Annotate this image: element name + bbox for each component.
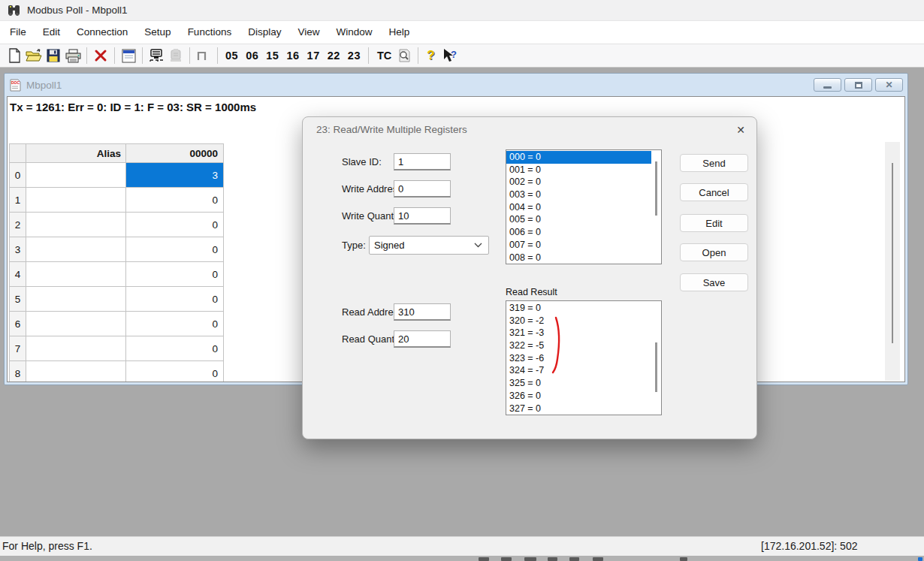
read-result-item[interactable]: 325 = 0	[506, 377, 651, 390]
restore-button[interactable]	[844, 78, 872, 92]
write-register-item-selected[interactable]: 000 = 0	[506, 151, 651, 164]
write-register-item[interactable]: 002 = 0	[506, 176, 651, 189]
save-button[interactable]: Save	[680, 273, 748, 291]
alias-cell[interactable]	[26, 361, 126, 382]
value-cell[interactable]: 0	[126, 312, 224, 336]
slave-id-input[interactable]	[394, 153, 451, 170]
alias-column-header[interactable]: Alias	[26, 143, 126, 163]
func-15-button[interactable]: 15	[266, 50, 279, 62]
write-register-item[interactable]: 004 = 0	[506, 201, 651, 214]
read-result-listbox[interactable]: 319 = 0 320 = -2 321 = -3 322 = -5 323 =…	[506, 300, 662, 415]
read-result-item[interactable]: 326 = 0	[506, 390, 651, 403]
poll-definition-icon[interactable]	[119, 46, 138, 65]
cancel-button[interactable]: Cancel	[680, 183, 748, 201]
vertical-scrollbar[interactable]	[885, 142, 900, 381]
test-center-button[interactable]: TC	[377, 50, 391, 62]
row-header[interactable]: 5	[9, 287, 26, 312]
delete-icon[interactable]	[91, 46, 110, 65]
alias-cell[interactable]	[26, 188, 126, 213]
edit-button[interactable]: Edit	[680, 214, 748, 232]
listbox-scrollbar-thumb[interactable]	[655, 342, 657, 392]
row-header[interactable]: 4	[9, 262, 26, 287]
write-register-item[interactable]: 008 = 0	[506, 252, 651, 264]
send-button[interactable]: Send	[680, 154, 748, 172]
func-23-button[interactable]: 23	[348, 50, 361, 62]
status-bar: For Help, press F1. [172.16.201.52]: 502	[0, 536, 924, 556]
help-icon[interactable]: ?	[427, 48, 434, 63]
read-result-item[interactable]: 321 = -3	[506, 327, 651, 339]
menu-file[interactable]: File	[2, 21, 35, 44]
toolbar-separator	[217, 47, 218, 64]
value-cell[interactable]: 0	[126, 361, 224, 382]
menu-connection[interactable]: Connection	[68, 21, 136, 44]
open-button[interactable]: Open	[680, 243, 748, 261]
read-quantity-input[interactable]	[394, 330, 451, 348]
menu-window[interactable]: Window	[328, 21, 380, 44]
func-06-button[interactable]: 06	[246, 50, 258, 62]
write-register-item[interactable]: 001 = 0	[506, 164, 651, 176]
alias-cell[interactable]	[26, 336, 126, 361]
alias-cell[interactable]	[26, 262, 126, 287]
func-17-button[interactable]: 17	[307, 50, 320, 62]
alias-cell[interactable]	[26, 163, 126, 188]
row-header[interactable]: 2	[9, 213, 26, 237]
row-header[interactable]: 3	[9, 237, 26, 262]
context-help-icon[interactable]: ?	[439, 46, 459, 65]
value-cell-selected[interactable]: 3	[126, 163, 224, 188]
read-address-input[interactable]	[394, 303, 451, 321]
read-result-item[interactable]: 324 = -7	[506, 364, 651, 377]
read-result-item[interactable]: 320 = -2	[506, 315, 651, 327]
func-22-button[interactable]: 22	[328, 50, 340, 62]
alias-cell[interactable]	[26, 213, 126, 237]
communication-traffic-icon[interactable]	[146, 46, 166, 65]
row-header[interactable]: 7	[9, 336, 26, 361]
listbox-scrollbar-thumb[interactable]	[655, 161, 657, 216]
write-registers-listbox[interactable]: 000 = 0 001 = 0 002 = 0 003 = 0 004 = 0 …	[506, 149, 662, 264]
value-cell[interactable]: 0	[126, 287, 224, 312]
alias-cell[interactable]	[26, 312, 126, 336]
row-header[interactable]: 8	[9, 361, 26, 382]
toolbar-separator	[114, 47, 115, 64]
value-cell[interactable]: 0	[126, 237, 224, 262]
row-header[interactable]: 6	[9, 312, 26, 336]
read-result-item[interactable]: 323 = -6	[506, 352, 651, 365]
close-button[interactable]: ✕	[875, 78, 903, 92]
grid-row-3: 3 0	[9, 237, 224, 262]
menu-functions[interactable]: Functions	[180, 21, 240, 44]
write-address-input[interactable]	[394, 180, 451, 198]
save-icon[interactable]	[44, 46, 63, 65]
write-register-item[interactable]: 003 = 0	[506, 189, 651, 201]
menu-setup[interactable]: Setup	[136, 21, 179, 44]
menu-edit[interactable]: Edit	[35, 21, 68, 44]
menu-view[interactable]: View	[289, 21, 328, 44]
alias-cell[interactable]	[26, 287, 126, 312]
dialog-close-icon[interactable]: ✕	[732, 122, 749, 138]
func-16-button[interactable]: 16	[286, 50, 299, 62]
mbpoll-titlebar[interactable]: DOC Mbpoll1 ✕	[5, 74, 907, 96]
scrollbar-thumb[interactable]	[892, 163, 893, 343]
open-file-icon[interactable]	[24, 46, 44, 65]
value-cell[interactable]: 0	[126, 262, 224, 287]
value-cell[interactable]: 0	[126, 188, 224, 213]
value-column-header[interactable]: 00000	[126, 143, 224, 163]
print-icon[interactable]	[63, 46, 83, 65]
type-dropdown[interactable]: Signed	[369, 236, 489, 255]
new-file-icon[interactable]	[5, 46, 24, 65]
read-result-item[interactable]: 319 = 0	[506, 302, 651, 315]
write-register-item[interactable]: 006 = 0	[506, 226, 651, 239]
alias-cell[interactable]	[26, 237, 126, 262]
read-result-item[interactable]: 322 = -5	[506, 339, 651, 352]
zoom-document-icon[interactable]	[394, 46, 414, 65]
write-quantity-input[interactable]	[394, 207, 451, 225]
menu-help[interactable]: Help	[380, 21, 418, 44]
value-cell[interactable]: 0	[126, 213, 224, 237]
read-result-item[interactable]: 327 = 0	[506, 403, 651, 415]
value-cell[interactable]: 0	[126, 336, 224, 361]
write-register-item[interactable]: 005 = 0	[506, 213, 651, 226]
row-header[interactable]: 1	[9, 188, 26, 213]
row-header[interactable]: 0	[9, 163, 26, 188]
minimize-button[interactable]	[814, 78, 841, 92]
write-register-item[interactable]: 007 = 0	[506, 239, 651, 252]
menu-display[interactable]: Display	[240, 21, 289, 44]
func-05-button[interactable]: 05	[225, 50, 238, 62]
